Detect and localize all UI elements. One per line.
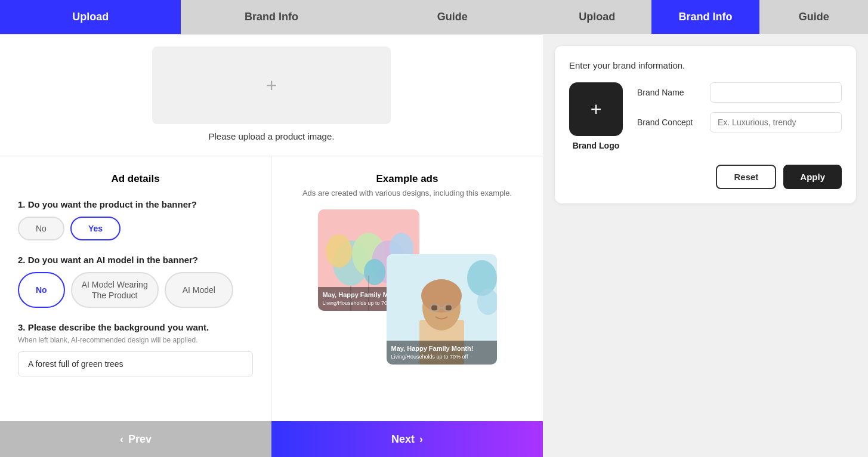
question-3-sublabel: When left blank, AI-recommended design w… [18,336,253,344]
upload-section: + Please upload a product image. [0,35,543,156]
question-3-label: 3. Please describe the background you wa… [18,322,253,332]
brand-actions: Reset Apply [569,165,842,189]
apply-button[interactable]: Apply [783,165,842,189]
right-panel: Upload Brand Info Guide Enter your brand… [543,0,868,457]
brand-logo-plus-icon: + [591,98,602,121]
question-2-options: No AI Model WearingThe Product AI Model [18,272,253,308]
left-panel: Upload Brand Info Guide + Please upload … [0,0,543,457]
ad-details: Ad details 1. Do you want the product in… [0,156,271,421]
option-yes-q1[interactable]: Yes [70,217,121,240]
option-ai-model-q2[interactable]: AI Model [165,272,233,308]
left-tabs: Upload Brand Info Guide [0,0,543,35]
prev-button[interactable]: ‹ Prev [0,421,271,457]
example-images: May, Happy Family M... Living/Households… [318,209,497,365]
brand-concept-row: Brand Concept [637,112,842,132]
tab-guide-left[interactable]: Guide [362,0,543,34]
question-3: 3. Please describe the background you wa… [18,322,253,376]
upload-label: Please upload a product image. [209,131,335,141]
reset-button[interactable]: Reset [716,165,776,189]
example-ads-title: Example ads [376,173,438,185]
svg-point-4 [326,234,352,268]
svg-point-6 [364,259,385,285]
right-tabs: Upload Brand Info Guide [543,0,868,34]
question-1: 1. Do you want the product in the banner… [18,199,253,240]
next-button[interactable]: Next › [271,421,543,457]
option-ai-model-wearing-q2[interactable]: AI Model WearingThe Product [71,272,159,308]
brand-concept-label: Brand Concept [637,118,703,127]
brand-logo-row: + Brand Logo Brand Name Brand Concept [569,82,842,150]
brand-info-intro: Enter your brand information. [569,60,842,70]
next-label: Next [391,433,415,446]
example-ads: Example ads Ads are created with various… [271,156,543,421]
brand-logo-label: Brand Logo [573,141,620,150]
brand-name-input[interactable] [710,82,842,103]
tab-upload-right[interactable]: Upload [543,0,651,34]
brand-concept-input[interactable] [710,112,842,132]
question-2: 2. Do you want an AI model in the banner… [18,255,253,308]
prev-label: Prev [128,433,152,446]
background-input[interactable] [18,351,253,376]
tab-brand-info-right[interactable]: Brand Info [651,0,760,34]
option-no-q2[interactable]: No [18,272,65,308]
example-ads-subtitle: Ads are created with various designs, in… [302,189,512,197]
brand-fields: Brand Name Brand Concept [637,82,842,132]
ad-details-title: Ad details [18,173,253,185]
brand-logo-box[interactable]: + [569,82,623,136]
question-1-options: No Yes [18,217,253,240]
ad-overlay-2: May, Happy Family Month! Living/Househol… [387,341,497,365]
prev-arrow-icon: ‹ [120,433,123,446]
next-arrow-icon: › [419,433,423,446]
ad-image-model: May, Happy Family Month! Living/Househol… [387,254,497,365]
tab-upload-left[interactable]: Upload [0,0,181,34]
brand-info-card: Enter your brand information. + Brand Lo… [555,46,856,203]
upload-box[interactable]: + [152,47,391,124]
brand-name-row: Brand Name [637,82,842,103]
bottom-nav: ‹ Prev Next › [0,421,543,457]
question-2-label: 2. Do you want an AI model in the banner… [18,255,253,265]
option-no-q1[interactable]: No [18,217,64,240]
tab-brand-info-left[interactable]: Brand Info [181,0,362,34]
upload-plus-icon: + [266,75,277,97]
question-1-label: 1. Do you want the product in the banner… [18,199,253,209]
content-row: Ad details 1. Do you want the product in… [0,156,543,421]
brand-name-label: Brand Name [637,88,703,97]
tab-guide-right[interactable]: Guide [759,0,868,34]
